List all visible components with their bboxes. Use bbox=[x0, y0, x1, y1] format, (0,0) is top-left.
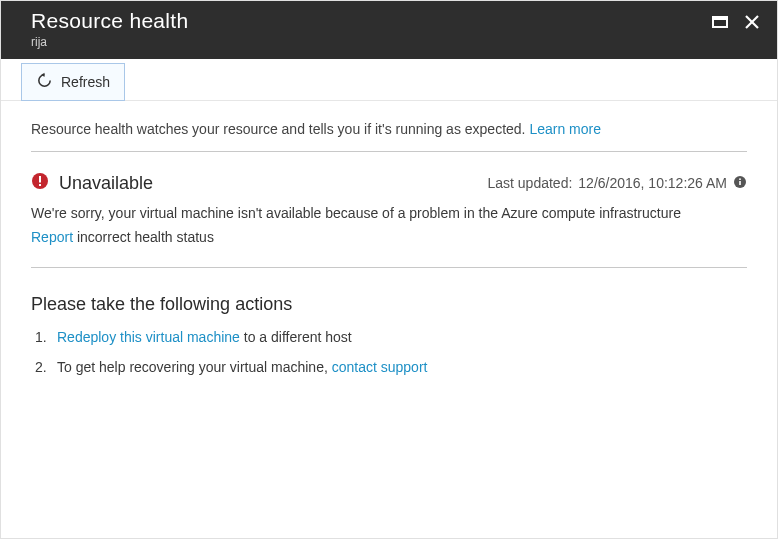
action-suffix: to a different host bbox=[240, 329, 352, 345]
refresh-button[interactable]: Refresh bbox=[21, 63, 125, 101]
svg-rect-9 bbox=[739, 178, 741, 180]
action-item-2: 2. To get help recovering your virtual m… bbox=[31, 359, 747, 375]
header-titles: Resource health rija bbox=[31, 9, 188, 49]
resource-name: rija bbox=[31, 35, 188, 49]
action-item-1: 1. Redeploy this virtual machine to a di… bbox=[31, 329, 747, 345]
action-body: Redeploy this virtual machine to a diffe… bbox=[57, 329, 352, 345]
status-row: Unavailable Last updated: 12/6/2016, 10:… bbox=[31, 172, 747, 194]
contact-support-link[interactable]: contact support bbox=[332, 359, 428, 375]
report-suffix: incorrect health status bbox=[73, 229, 214, 245]
action-body: To get help recovering your virtual mach… bbox=[57, 359, 427, 375]
actions-heading: Please take the following actions bbox=[31, 294, 747, 315]
svg-rect-1 bbox=[713, 17, 727, 20]
intro-text: Resource health watches your resource an… bbox=[31, 121, 747, 152]
svg-rect-6 bbox=[39, 184, 41, 186]
page-title: Resource health bbox=[31, 9, 188, 33]
refresh-label: Refresh bbox=[61, 74, 110, 90]
toolbar: Refresh bbox=[1, 59, 777, 101]
content-area: Resource health watches your resource an… bbox=[1, 101, 777, 375]
action-number: 2. bbox=[35, 359, 49, 375]
action-prefix: To get help recovering your virtual mach… bbox=[57, 359, 332, 375]
refresh-icon bbox=[36, 72, 53, 92]
close-icon[interactable] bbox=[743, 13, 761, 35]
svg-rect-5 bbox=[39, 176, 41, 183]
action-number: 1. bbox=[35, 329, 49, 345]
last-updated-value: 12/6/2016, 10:12:26 AM bbox=[578, 175, 727, 191]
report-line: Report incorrect health status bbox=[31, 229, 747, 268]
last-updated-label: Last updated: bbox=[487, 175, 572, 191]
status-right: Last updated: 12/6/2016, 10:12:26 AM bbox=[487, 175, 747, 192]
info-icon[interactable] bbox=[733, 175, 747, 192]
header-controls bbox=[711, 9, 761, 35]
learn-more-link[interactable]: Learn more bbox=[529, 121, 601, 137]
intro-body: Resource health watches your resource an… bbox=[31, 121, 529, 137]
status-left: Unavailable bbox=[31, 172, 153, 194]
report-link[interactable]: Report bbox=[31, 229, 73, 245]
blade-header: Resource health rija bbox=[1, 1, 777, 59]
status-title: Unavailable bbox=[59, 173, 153, 194]
restore-icon[interactable] bbox=[711, 13, 729, 35]
error-icon bbox=[31, 172, 49, 194]
svg-rect-8 bbox=[739, 181, 741, 185]
status-description: We're sorry, your virtual machine isn't … bbox=[31, 204, 747, 223]
redeploy-link[interactable]: Redeploy this virtual machine bbox=[57, 329, 240, 345]
